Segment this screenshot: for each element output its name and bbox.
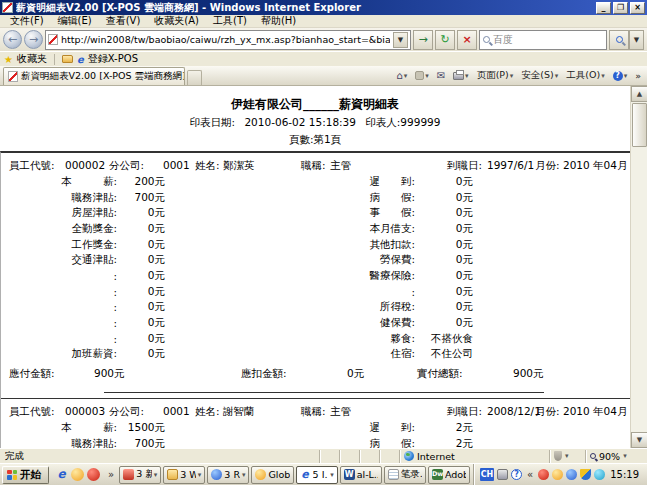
security-zone: Internet <box>399 450 549 463</box>
salary-label: : <box>1 333 117 345</box>
qq-quicklaunch-icon[interactable] <box>87 468 100 481</box>
menu-item-6[interactable]: 帮助(H) <box>254 14 303 28</box>
taskbar-button-7[interactable]: 笔录... <box>384 466 426 484</box>
taskbar-button-2[interactable]: 3 W...▾ <box>163 466 205 484</box>
restore-button[interactable]: ❐ <box>613 2 628 14</box>
tab-favicon-icon <box>8 71 18 82</box>
ie-quicklaunch-icon[interactable]: e <box>55 468 68 481</box>
qq-tray-icon[interactable] <box>538 469 549 480</box>
taskbar-button-4[interactable]: Glob... <box>251 466 293 484</box>
scroll-up-button[interactable]: ▲ <box>631 86 647 102</box>
salary-value: 2元 <box>415 437 473 448</box>
tray-collapse-button[interactable]: « <box>525 469 535 480</box>
report-print-line: 印表日期: 2010-06-02 15:18:39 印表人:999999 <box>0 116 630 130</box>
taskbar-clock[interactable]: 15:19 <box>608 469 641 480</box>
favorites-button[interactable]: 收藏夹 <box>17 52 47 66</box>
taskbar-button-5[interactable]: e5 I...▾ <box>296 466 338 484</box>
tab-title: 薪資明細表V2.00 [X-POS 雲端商務網] <box>21 70 185 83</box>
safety-menu-button[interactable]: 安全(S)▾ <box>518 69 561 82</box>
close-button[interactable]: × <box>630 2 645 14</box>
window-title: 薪資明細表V2.00 [X-POS 雲端商務網] - Windows Inter… <box>16 1 594 15</box>
search-options-button[interactable]: ▼ <box>629 30 644 50</box>
print-button[interactable]: ▾ <box>450 72 472 80</box>
employee-title: 主管 <box>330 159 351 173</box>
total-deduction-label: 應扣金額: <box>241 367 287 381</box>
url-text[interactable]: http://win2008/tw/baobiao/caiwu/rzh_yx_m… <box>61 34 390 45</box>
employee-branch: 0001 <box>163 159 190 171</box>
protected-mode-button[interactable]: ▾ <box>549 450 585 463</box>
printed-by: 印表人:999999 <box>365 116 440 128</box>
salary-label: 其他扣款: <box>165 238 415 252</box>
tools-menu-button[interactable]: 工具(O)▾ <box>563 69 607 82</box>
menu-bar: 文件(F)编辑(E)查看(V)收藏夹(A)工具(T)帮助(H) <box>0 15 647 28</box>
taskbar-button-label: 5 I... <box>313 469 329 480</box>
back-button[interactable]: ← <box>3 30 22 49</box>
page-menu-button[interactable]: 页面(P)▾ <box>474 69 517 82</box>
taskbar-button-label: 笔录... <box>401 468 422 481</box>
menu-item-1[interactable]: 文件(F) <box>3 14 51 28</box>
help-menu-button[interactable]: ?▾ <box>610 71 631 81</box>
salary-label: 醫療保險: <box>165 269 415 283</box>
favorites-link-xpos[interactable]: 登録X-POS <box>88 52 138 66</box>
total-net: 900元 <box>513 367 544 381</box>
mail-button[interactable]: ✉ <box>434 70 448 81</box>
printer-tray-icon[interactable] <box>497 469 508 480</box>
zoom-button[interactable]: 90% ▾ <box>585 450 647 463</box>
salary-value: 0元 <box>415 175 473 189</box>
favorites-bar: ★ 收藏夹 e 登録X-POS <box>0 52 647 66</box>
total-payable-label: 應付金額: <box>9 367 55 381</box>
messenger-quicklaunch-icon[interactable] <box>71 468 84 481</box>
salary-value: 不搭伙食 <box>415 332 473 346</box>
dreamweaver-icon: Dw <box>432 469 443 480</box>
salary-value: 不住公司 <box>415 347 473 361</box>
feeds-button[interactable]: ▾ <box>412 71 432 80</box>
employee-name-label: 姓名: <box>195 405 220 419</box>
start-button[interactable]: 开始 <box>2 466 49 484</box>
documents-icon <box>123 469 134 480</box>
address-dropdown-button[interactable]: ▼ <box>393 32 408 48</box>
media-player-tray-icon[interactable] <box>566 469 577 480</box>
statusbar-segment <box>379 450 399 463</box>
vertical-scrollbar[interactable]: ▲ ▼ <box>630 86 647 448</box>
salary-label: 工作獎金: <box>1 238 117 252</box>
scrollbar-thumb[interactable] <box>632 103 647 147</box>
salary-value: 0元 <box>117 253 165 267</box>
messenger-tray-icon[interactable] <box>552 469 563 480</box>
refresh-button[interactable]: ↻ <box>435 30 455 50</box>
salary-label: 病 假: <box>165 191 415 205</box>
scroll-down-button[interactable]: ▼ <box>631 432 647 448</box>
taskbar-button-8[interactable]: DwAdob... <box>428 466 470 484</box>
help-tray-icon[interactable]: ? <box>511 469 522 480</box>
menu-item-3[interactable]: 查看(V) <box>99 14 148 28</box>
tab-active[interactable]: 薪資明細表V2.00 [X-POS 雲端商務網] <box>3 67 185 85</box>
taskbar-button-1[interactable]: 3 新...▾ <box>119 466 161 484</box>
address-input[interactable]: http://win2008/tw/baobiao/caiwu/rzh_yx_m… <box>45 30 411 50</box>
taskbar-button-6[interactable]: Wal-L... <box>340 466 382 484</box>
menu-item-4[interactable]: 收藏夹(A) <box>147 14 206 28</box>
minimize-button[interactable]: _ <box>596 2 611 14</box>
go-button[interactable]: → <box>413 30 433 50</box>
report-body: 員工代號:000002分公司:0001姓名:鄭潔英職稱:主管到職日:1997/6… <box>0 151 630 448</box>
command-bar-overflow-button[interactable]: » <box>632 70 644 81</box>
stop-button[interactable]: × <box>457 30 477 50</box>
security-shield-tray-icon[interactable] <box>580 469 591 480</box>
search-input[interactable]: 百度 <box>479 30 607 50</box>
add-favorite-icon[interactable] <box>62 55 73 63</box>
menu-item-5[interactable]: 工具(T) <box>206 14 254 28</box>
salary-label: 全勤獎金: <box>1 222 117 236</box>
ime-indicator[interactable]: CH <box>480 468 494 481</box>
taskbar-button-label: al-L... <box>357 469 378 480</box>
forward-button[interactable]: → <box>24 30 43 49</box>
folder-icon <box>167 469 178 480</box>
home-button[interactable]: ⌂▾ <box>393 70 410 81</box>
updater-tray-icon[interactable] <box>594 469 605 480</box>
search-go-button[interactable] <box>609 30 629 50</box>
new-tab-button[interactable] <box>187 70 202 85</box>
salary-label: 事 假: <box>165 206 415 220</box>
employee-branch-label: 分公司: <box>109 159 144 173</box>
salary-value: 0元 <box>415 222 473 236</box>
search-icon <box>483 36 490 43</box>
quick-launch-overflow-button[interactable]: » <box>106 469 116 480</box>
menu-item-2[interactable]: 编辑(E) <box>51 14 99 28</box>
taskbar-button-3[interactable]: 3 R...▾ <box>207 466 249 484</box>
